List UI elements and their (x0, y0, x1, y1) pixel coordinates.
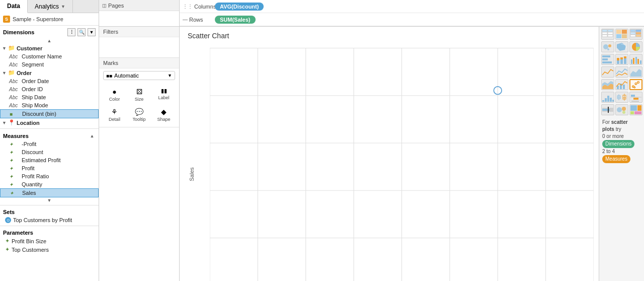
marks-panel: Marks ■■ Automatic ▼ ● Color ⚄ Size (99, 58, 179, 127)
svg-point-45 (603, 44, 608, 49)
measure-neg-profit[interactable]: ✦ -Profit (0, 140, 99, 148)
dim-discount-bin[interactable]: ■ Discount (bin) (0, 109, 99, 118)
scroll-up-arrow[interactable]: ▲ (0, 38, 99, 44)
rows-shelf-row: — Rows SUM(Sales) (180, 13, 644, 26)
chart-thumb-treemap[interactable] (629, 104, 642, 115)
dim-order-date[interactable]: Abc Order Date (0, 77, 99, 85)
chart-thumb-bullet[interactable] (601, 104, 614, 115)
measures-scroll-up[interactable]: ▲ (89, 134, 96, 138)
group-customer[interactable]: ▼ 📁 Customer (0, 44, 99, 52)
pages-icon: ◫ (102, 3, 107, 8)
dimensions-section-header: Dimensions ⋮ 🔍 ▼ (0, 26, 99, 38)
arrow-icon: ▼ (2, 120, 7, 125)
svg-rect-32 (608, 32, 613, 34)
shape-icon: ◆ (161, 108, 167, 116)
param-profit-bin-size[interactable]: ✦ Profit Bin Size (0, 237, 99, 245)
dim-ship-date[interactable]: Abc Ship Date (0, 93, 99, 101)
label-icon: ▮▮ (161, 88, 167, 94)
rows-pill[interactable]: SUM(Sales) (215, 16, 256, 24)
measure-quantity[interactable]: ✦ Quantity (0, 180, 99, 188)
marks-detail-btn[interactable]: ⚘ Detail (103, 106, 126, 124)
chart-thumb-dual-line[interactable] (615, 66, 628, 78)
chart-thumb-gantt[interactable] (629, 92, 642, 103)
dim-order-id[interactable]: Abc Order ID (0, 85, 99, 93)
chart-thumb-histogram[interactable] (601, 92, 614, 103)
marks-type-dropdown[interactable]: ■■ Automatic ▼ (103, 71, 175, 80)
svg-text:+: + (635, 83, 636, 86)
columns-pill[interactable]: AVG(Discount) (215, 3, 264, 11)
filters-content[interactable] (99, 37, 179, 57)
chart-title: Scatter Chart (180, 27, 599, 42)
chart-thumb-box-whisker[interactable] (615, 92, 628, 103)
svg-rect-98 (630, 111, 634, 114)
chart-thumb-dual-combo[interactable] (615, 79, 628, 90)
chart-thumb-filled-map[interactable] (615, 41, 628, 52)
marks-color-btn[interactable]: ● Color (103, 86, 126, 104)
chart-thumb-row-6 (601, 92, 642, 103)
measure-discount[interactable]: ✦ Discount (0, 148, 99, 156)
svg-rect-75 (602, 100, 604, 102)
group-order[interactable]: ▼ 📁 Order (0, 68, 99, 77)
measure-estimated-profit[interactable]: ✦ Estimated Profit (0, 156, 99, 164)
analytics-dropdown-icon: ▼ (61, 4, 65, 9)
chart-thumb-line[interactable] (601, 66, 614, 78)
set-top-customers[interactable]: ⊙ Top Customers by Profit (0, 216, 99, 224)
param-icon: ✦ (5, 238, 10, 244)
chart-thumb-packed-bubbles[interactable] (615, 104, 628, 115)
dimensions-grid-icon[interactable]: ⋮ (67, 28, 75, 36)
svg-rect-49 (602, 55, 610, 57)
chart-thumb-area[interactable] (629, 66, 642, 78)
chart-thumb-stacked-bar[interactable] (615, 54, 628, 65)
chart-thumb-heat-map[interactable] (615, 29, 628, 40)
svg-rect-52 (617, 60, 619, 64)
chart-thumb-stacked-area[interactable] (601, 79, 614, 90)
dimensions-add-icon[interactable]: ▼ (88, 28, 96, 36)
filters-panel: Filters (99, 27, 179, 58)
svg-rect-38 (622, 34, 627, 38)
chart-thumb-highlight-table[interactable] (629, 29, 642, 40)
dim-ship-mode[interactable]: Abc Ship Mode (0, 101, 99, 109)
svg-rect-55 (620, 57, 623, 59)
marks-label-btn[interactable]: ▮▮ Label (152, 86, 175, 104)
pages-shelf-content[interactable] (99, 11, 179, 25)
chart-thumb-pie[interactable] (629, 41, 642, 52)
dimensions-hint-pill: Dimensions (602, 140, 634, 148)
group-location[interactable]: ▼ 📍 Location (0, 118, 99, 127)
data-source-label[interactable]: S Sample - Superstore (0, 13, 99, 26)
svg-point-47 (607, 48, 609, 50)
chart-thumb-scatter[interactable]: + + (629, 79, 642, 90)
dimensions-search-icon[interactable]: 🔍 (77, 28, 86, 36)
dim-segment[interactable]: Abc Segment (0, 60, 99, 68)
chart-thumb-side-bar[interactable] (629, 54, 642, 65)
marks-shape-btn[interactable]: ◆ Shape (152, 106, 175, 124)
sets-section-header: Sets (0, 207, 99, 216)
folder-icon: 📍 (8, 119, 15, 126)
chart-thumb-row-2 (601, 41, 642, 52)
middle-area: Filters Marks ■■ Automatic ▼ ● (99, 27, 644, 281)
dim-customer-name[interactable]: Abc Customer Name (0, 52, 99, 60)
measures-scroll-down[interactable]: ▼ (0, 197, 99, 203)
param-top-customers[interactable]: ✦ Top Customers (0, 245, 99, 254)
columns-icon: ⋮⋮ (183, 4, 193, 9)
marks-title: Marks (99, 58, 179, 68)
measure-profit-ratio[interactable]: ✦ Profit Ratio (0, 172, 99, 180)
tab-data[interactable]: Data (0, 0, 28, 13)
marks-size-btn[interactable]: ⚄ Size (128, 86, 150, 104)
columns-shelf-label: ⋮⋮ Columns (180, 2, 215, 11)
svg-rect-37 (616, 34, 621, 38)
svg-rect-79 (612, 100, 614, 102)
measure-profit[interactable]: ✦ Profit (0, 164, 99, 172)
tab-analytics[interactable]: Analytics ▼ (28, 0, 73, 13)
svg-rect-54 (620, 59, 623, 64)
svg-marker-63 (630, 69, 641, 77)
chart-thumb-symbol-map[interactable] (601, 41, 614, 52)
chart-thumb-horiz-bar[interactable] (601, 54, 614, 65)
svg-rect-77 (607, 96, 609, 102)
marks-tooltip-btn[interactable]: 💬 Tooltip (128, 106, 150, 124)
measures-section-header: Measures ▲ (0, 130, 99, 140)
measure-sales[interactable]: ✦ Sales (0, 188, 99, 197)
show-me-hint: For scatter plots try 0 or more Dimensio… (601, 117, 642, 165)
chart-thumb-text-table[interactable] (601, 29, 614, 40)
svg-rect-61 (637, 59, 639, 64)
dimensions-header-icons: ⋮ 🔍 ▼ (67, 28, 96, 36)
